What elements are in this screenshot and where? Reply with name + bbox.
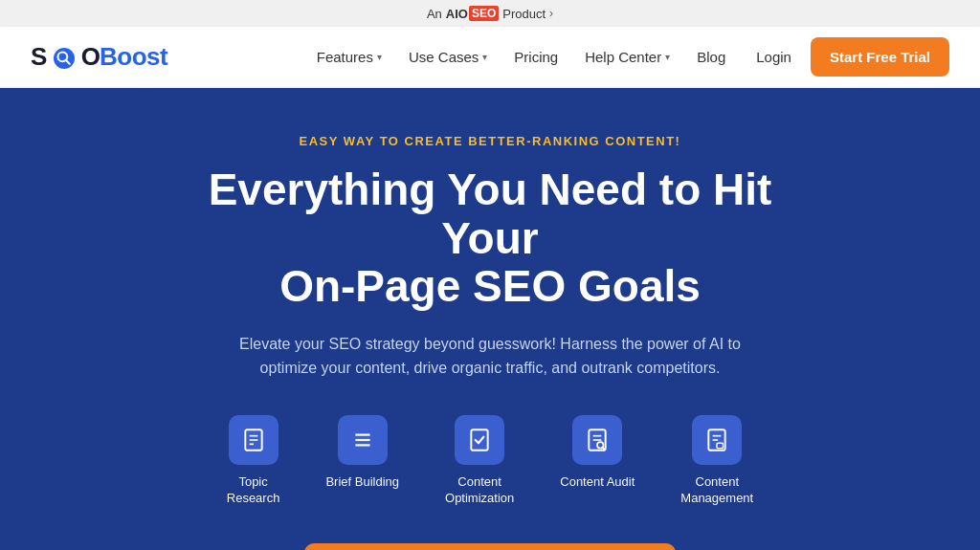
topic-research-label: TopicResearch xyxy=(227,474,280,507)
topbar-suffix: Product xyxy=(502,7,546,21)
nav-help-center[interactable]: Help Center ▾ xyxy=(573,41,681,73)
aio-text: AIO xyxy=(446,7,468,21)
feature-content-management: ContentManagement xyxy=(680,415,753,507)
svg-line-1 xyxy=(66,61,69,64)
content-audit-label: Content Audit xyxy=(560,474,635,491)
topic-research-icon-box xyxy=(229,415,278,465)
svg-rect-18 xyxy=(717,443,724,448)
hero-title: Everything You Need to Hit Your On-Page … xyxy=(155,165,825,311)
svg-line-14 xyxy=(603,448,605,450)
content-audit-icon-box xyxy=(572,415,622,465)
topbar-prefix: An xyxy=(427,7,442,21)
content-optimization-icon-box xyxy=(455,415,504,465)
feature-content-optimization: ContentOptimization xyxy=(445,415,514,507)
feature-content-audit: Content Audit xyxy=(560,415,635,491)
logo[interactable]: S O Boost xyxy=(31,42,167,72)
hero-subtitle: Elevate your SEO strategy beyond guesswo… xyxy=(212,332,768,381)
svg-rect-9 xyxy=(471,429,487,451)
chevron-down-icon: ▾ xyxy=(482,52,487,62)
content-management-icon-box xyxy=(692,415,742,465)
aio-logo[interactable]: AIOSEO xyxy=(446,6,499,21)
check-document-icon xyxy=(467,428,492,452)
nav-use-cases[interactable]: Use Cases ▾ xyxy=(397,41,499,73)
brief-building-label: Brief Building xyxy=(325,474,399,491)
main-nav: Features ▾ Use Cases ▾ Pricing Help Cent… xyxy=(305,37,949,77)
start-free-trial-button[interactable]: Start Free Trial xyxy=(811,37,949,77)
document-icon xyxy=(241,428,266,452)
logo-circle-icon xyxy=(56,50,73,67)
top-bar: An AIOSEO Product › xyxy=(0,0,980,27)
aio-seo-badge: SEO xyxy=(469,6,499,21)
logo-seo-text: S O xyxy=(31,42,100,72)
hero-cta-button[interactable]: Start Your 14 Day Free Trial → xyxy=(304,543,677,550)
nav-features[interactable]: Features ▾ xyxy=(305,41,393,73)
nav-blog[interactable]: Blog xyxy=(685,41,737,73)
feature-brief-building: Brief Building xyxy=(325,415,399,491)
content-management-label: ContentManagement xyxy=(680,474,753,507)
chevron-down-icon: ▾ xyxy=(377,52,382,62)
nav-pricing[interactable]: Pricing xyxy=(502,41,569,73)
list-icon xyxy=(350,428,375,452)
content-optimization-label: ContentOptimization xyxy=(445,474,514,507)
management-icon xyxy=(704,428,729,452)
feature-topic-research: TopicResearch xyxy=(227,415,280,507)
chevron-down-icon: ▾ xyxy=(665,52,670,62)
hero-tag: EASY WAY TO CREATE BETTER-RANKING CONTEN… xyxy=(300,134,681,148)
features-row: TopicResearch Brief Building ContentO xyxy=(227,415,753,507)
login-link[interactable]: Login xyxy=(741,41,807,73)
topbar-chevron: › xyxy=(549,7,553,20)
logo-boost-text: Boost xyxy=(100,42,167,72)
audit-icon xyxy=(585,428,610,452)
header: S O Boost Features ▾ Use Cases ▾ Pricing… xyxy=(0,27,980,88)
brief-building-icon-box xyxy=(338,415,388,465)
hero-section: EASY WAY TO CREATE BETTER-RANKING CONTEN… xyxy=(0,88,980,550)
logo-icon xyxy=(54,48,75,69)
logo-seo-label: O xyxy=(81,42,100,71)
